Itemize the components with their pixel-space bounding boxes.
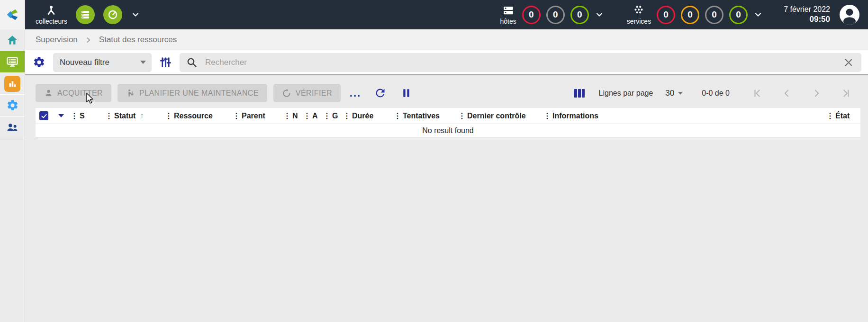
centreon-logo[interactable] <box>0 0 25 29</box>
breadcrumb: Supervision Statut des ressources <box>25 29 868 50</box>
services-icon <box>633 4 645 17</box>
chevron-down-icon <box>595 10 604 19</box>
more-actions-button[interactable]: ... <box>347 91 364 96</box>
clock: 7 février 2022 09:50 <box>784 5 830 25</box>
drag-handle-icon[interactable]: ⋮ <box>323 112 331 120</box>
saved-filter-select[interactable]: Nouveau filtre <box>53 53 152 72</box>
rows-per-page-value: 30 <box>665 89 674 98</box>
column-header-information[interactable]: ⋮ Informations <box>543 112 826 120</box>
chevron-down-icon <box>131 10 140 19</box>
edit-columns-button[interactable] <box>572 87 587 99</box>
hosts-unreachable-counter[interactable]: 0 <box>546 6 565 24</box>
acknowledge-button[interactable]: ACQUITTER <box>36 84 111 102</box>
previous-page-button[interactable] <box>772 88 802 98</box>
drag-handle-icon[interactable]: ⋮ <box>71 112 78 120</box>
filter-bar: Nouveau filtre <box>25 50 868 75</box>
last-page-icon <box>841 88 851 98</box>
sidebar-item-supervision[interactable] <box>0 51 25 73</box>
refresh-icon <box>374 87 387 99</box>
column-header-action[interactable]: ⋮ A <box>303 112 323 120</box>
empty-table-message: No result found <box>36 124 860 137</box>
chevron-left-icon <box>782 88 792 98</box>
resources-table: ⋮ S ⋮ Statut ↑ ⋮ Ressource ⋮ Parent ⋮ N … <box>36 108 860 137</box>
filter-settings-button[interactable] <box>32 55 46 70</box>
hosts-up-counter[interactable]: 0 <box>570 6 589 24</box>
action-bar: ACQUITTER PLANIFIER UNE MAINTENANCE VÉRI… <box>25 76 868 108</box>
drag-handle-icon[interactable]: ⋮ <box>394 112 401 120</box>
user-avatar[interactable] <box>840 5 859 25</box>
sort-ascending-icon[interactable]: ↑ <box>140 111 144 121</box>
rows-per-page-label: Lignes par page <box>599 89 653 98</box>
column-header-severity[interactable]: ⋮ S <box>71 112 105 120</box>
first-page-button[interactable] <box>743 88 772 98</box>
select-all-checkbox[interactable] <box>39 111 48 120</box>
drag-handle-icon[interactable]: ⋮ <box>458 112 466 120</box>
services-label: services <box>627 18 651 25</box>
latency-status-badge[interactable] <box>103 5 122 24</box>
downtime-button[interactable]: PLANIFIER UNE MAINTENANCE <box>118 84 267 102</box>
drag-handle-icon[interactable]: ⋮ <box>105 112 113 120</box>
drag-handle-icon[interactable]: ⋮ <box>303 112 311 120</box>
services-critical-counter[interactable]: 0 <box>657 6 675 24</box>
chevron-down-icon <box>753 10 763 19</box>
pollers-menu[interactable]: collecteurs <box>36 4 67 25</box>
drag-handle-icon[interactable]: ⋮ <box>233 112 240 120</box>
pollers-hub-icon <box>45 4 57 17</box>
services-status-group: services 0 0 0 0 <box>627 4 763 25</box>
sidebar-item-administration[interactable] <box>0 116 25 138</box>
gauge-icon <box>107 9 118 20</box>
breadcrumb-item-supervision[interactable]: Supervision <box>36 35 78 45</box>
last-page-button[interactable] <box>831 88 860 98</box>
hosts-expand-button[interactable] <box>595 10 604 19</box>
services-unknown-counter[interactable]: 0 <box>705 6 723 24</box>
services-menu[interactable]: services <box>627 4 651 25</box>
column-header-tries[interactable]: ⋮ Tentatives <box>394 112 458 120</box>
pollers-section: collecteurs <box>36 4 140 25</box>
check-icon <box>41 113 47 119</box>
clear-search-button[interactable] <box>842 56 855 69</box>
pagination-range: 0-0 de 0 <box>702 89 730 98</box>
services-expand-button[interactable] <box>753 10 763 19</box>
centreon-logo-icon <box>5 8 19 22</box>
pause-icon <box>400 87 412 99</box>
drag-handle-icon[interactable]: ⋮ <box>826 112 834 120</box>
hosts-label: hôtes <box>500 18 516 25</box>
column-header-graph[interactable]: ⋮ G <box>323 112 343 120</box>
refresh-button[interactable] <box>370 87 390 99</box>
search-input[interactable] <box>205 58 835 67</box>
gear-icon <box>33 56 45 69</box>
sidebar-item-reporting[interactable] <box>0 73 25 95</box>
drag-handle-icon[interactable]: ⋮ <box>283 112 291 120</box>
sidebar-item-home[interactable] <box>0 29 25 51</box>
column-header-status[interactable]: ⋮ Statut ↑ <box>105 111 165 121</box>
breadcrumb-item-resource-status[interactable]: Statut des ressources <box>99 35 177 45</box>
monitor-icon <box>6 55 19 69</box>
column-header-duration[interactable]: ⋮ Durée <box>343 112 394 120</box>
acknowledge-label: ACQUITTER <box>57 89 103 98</box>
drag-handle-icon[interactable]: ⋮ <box>543 112 551 120</box>
column-header-notes[interactable]: ⋮ N <box>283 112 303 120</box>
rows-per-page-select[interactable]: 30 <box>665 89 683 98</box>
sidebar-item-configuration[interactable] <box>0 95 25 116</box>
status-section: hôtes 0 0 0 services 0 0 <box>500 4 859 25</box>
column-header-parent[interactable]: ⋮ Parent <box>233 112 283 120</box>
hosts-menu[interactable]: hôtes <box>500 4 516 25</box>
drag-handle-icon[interactable]: ⋮ <box>165 112 172 120</box>
column-header-last-check[interactable]: ⋮ Dernier contrôle <box>458 112 543 120</box>
column-header-resource[interactable]: ⋮ Ressource <box>165 112 233 120</box>
services-ok-counter[interactable]: 0 <box>729 6 748 24</box>
check-button[interactable]: VÉRIFIER <box>273 84 341 102</box>
poller-status-badge[interactable] <box>76 5 95 24</box>
select-menu-caret[interactable] <box>58 114 64 117</box>
advanced-filter-button[interactable] <box>158 55 173 70</box>
pause-refresh-button[interactable] <box>397 87 416 99</box>
drag-handle-icon[interactable]: ⋮ <box>343 112 351 120</box>
services-warning-counter[interactable]: 0 <box>681 6 699 24</box>
column-header-state[interactable]: ⋮ État <box>826 112 860 120</box>
downtime-label: PLANIFIER UNE MAINTENANCE <box>139 89 259 98</box>
search-field[interactable] <box>180 53 861 72</box>
hosts-down-counter[interactable]: 0 <box>522 6 541 24</box>
pollers-expand-button[interactable] <box>131 10 140 19</box>
sync-icon <box>282 89 291 98</box>
next-page-button[interactable] <box>802 88 831 98</box>
